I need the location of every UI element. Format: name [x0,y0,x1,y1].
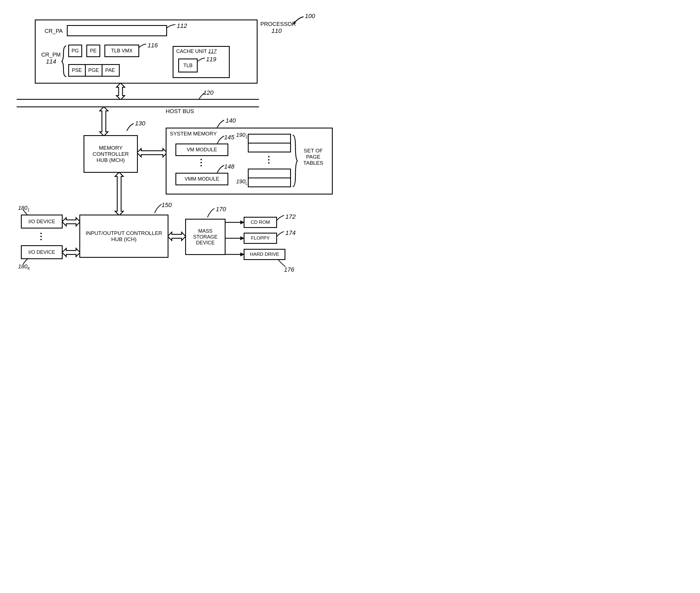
ref-176: 176 [284,266,294,273]
page-table-last [248,177,291,187]
arrow-mass-hdd [225,252,245,258]
arrow-processor-bus [116,83,126,100]
io-device-first: I/O DEVICE [21,214,63,229]
ref-174-leader [276,231,286,238]
svg-marker-7 [168,232,186,240]
ref-170: 170 [216,206,226,213]
ref-112-leader [166,24,177,31]
arrow-io1-ich [62,217,80,227]
mass-storage-box: MASS STORAGE DEVICE [185,219,225,255]
svg-marker-3 [115,172,123,215]
ref-148: 148 [224,163,234,170]
ref-140-leader [216,119,225,129]
floppy-box: FLOPPY [244,233,277,244]
ref-170-leader [206,208,216,218]
svg-marker-5 [62,218,80,226]
system-memory-label: SYSTEM MEMORY [170,131,217,137]
arrow-ioK-ich [62,247,80,258]
ref-117: 117 [208,48,217,54]
ref-172: 172 [286,213,296,221]
ref-119-leader [196,57,206,64]
vm-module-box: VM MODULE [175,144,228,156]
ref-150: 150 [162,201,172,209]
pg-box: PG [68,45,82,57]
io-device-last: I/O DEVICE [21,245,63,259]
page-table-prelast [248,169,291,179]
ref-130-leader [125,123,135,132]
cache-unit-label: CACHE UNIT [176,48,207,54]
ref-190-1: 1901 [236,132,248,139]
cr-pa-register [67,25,167,36]
ich-box: INPUT/OUTPUT CONTROLLER HUB (ICH) [79,214,169,258]
ref-100: 100 [305,12,315,20]
tlb-box: TLB [178,58,198,73]
cr-pm-label: CR_PM [41,51,61,58]
cr-pa-label: CR_PA [45,28,63,34]
ref-190-L: 190L [236,179,248,186]
ref-174: 174 [286,229,296,237]
pge-label: PGE [88,68,99,73]
processor-label: PROCESSOR [260,21,296,27]
cr-pm-brace [61,45,67,78]
ref-114: 114 [46,58,56,65]
ref-180-1-leader [22,209,29,216]
ref-120: 120 [203,89,214,96]
ref-116: 116 [147,42,158,49]
svg-marker-6 [62,248,80,256]
mch-box: MEMORY CONTROLLER HUB (MCH) [84,135,138,173]
arrow-mch-sysmem [137,148,167,158]
host-bus-label: HOST BUS [166,108,194,115]
page-tables-brace [292,134,298,188]
ref-180-K-leader [22,258,29,265]
svg-marker-2 [100,107,108,136]
ref-119: 119 [206,56,216,63]
hdd-box: HARD DRIVE [244,249,286,260]
arrow-mch-ich [114,172,124,215]
arrow-ich-mass [168,231,186,241]
vm-ellipsis [201,159,202,166]
io-device-ellipsis [40,233,42,240]
page-table-2 [248,143,291,152]
pse-label: PSE [72,68,82,73]
ref-145: 145 [224,134,234,141]
ref-112: 112 [177,22,187,30]
arrow-mass-cdrom [225,220,245,226]
ref-130: 130 [135,120,145,127]
svg-marker-1 [117,83,125,100]
arrow-mass-floppy [225,235,245,242]
ref-140: 140 [225,117,236,124]
ref-110: 110 [271,27,282,35]
pe-box: PE [86,45,100,57]
vmm-module-box: VMM MODULE [175,173,228,185]
pae-label: PAE [105,68,115,73]
svg-marker-4 [137,149,167,157]
ref-172-leader [276,214,286,222]
page-table-first [248,134,291,144]
page-table-ellipsis [268,156,269,164]
ref-116-leader [138,43,147,50]
set-of-page-tables-label: SET OF PAGE TABLES [301,148,326,166]
cdrom-box: CD ROM [244,217,277,228]
arrow-bus-mch [99,107,109,136]
system-block-diagram: 100 PROCESSOR 110 CR_PA 112 CR_PM 114 PG… [8,8,358,305]
tlb-vmx-box: TLB VMX [104,45,139,57]
